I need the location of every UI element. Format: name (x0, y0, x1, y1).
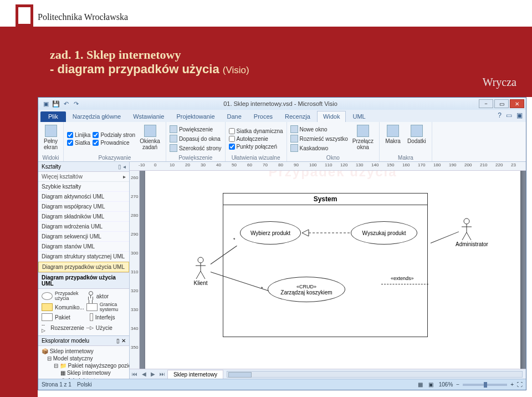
extends-arrowhead (301, 228, 352, 239)
cat-collaboration[interactable]: Diagram współpracy UML (38, 202, 129, 212)
svg-marker-0 (302, 230, 309, 236)
usecase-wyszukaj-produkt[interactable]: Wyszukaj produkt (351, 221, 417, 245)
cascade-button[interactable]: Kaskadowo (290, 144, 348, 152)
fullscreen-button[interactable]: Pełny ekran (42, 124, 60, 154)
tab-uml[interactable]: UML (347, 111, 371, 122)
usecase-wybierz-produkt[interactable]: Wybierz produkt (240, 221, 301, 245)
zoom-slider[interactable] (463, 384, 507, 386)
slide-title-line1: zad. 1. Sklep internetowy (50, 48, 521, 62)
guides-checkbox[interactable]: Prowadnice (93, 140, 135, 146)
close-button[interactable]: ✕ (510, 99, 524, 108)
canvas[interactable]: Przypadek użycia System Wybierz produkt … (140, 171, 526, 369)
visio-icon: ▣ (42, 99, 50, 108)
page-width-button[interactable]: Szerokość strony (170, 144, 222, 152)
tree-sklep[interactable]: ▦ Sklep internetowy (42, 369, 126, 376)
extends-label: «extends» (390, 276, 415, 281)
addons-button[interactable]: Dodatki (405, 124, 428, 154)
tab-home[interactable]: Narzędzia główne (67, 111, 126, 122)
stencil-title: Diagram przypadków użycia UML (38, 272, 129, 289)
shape-boundary[interactable]: Granica systemu (86, 302, 126, 312)
sheet-nav-prev[interactable]: ◀ (140, 371, 149, 377)
tab-process[interactable]: Proces (248, 111, 278, 122)
tab-file[interactable]: Plik (40, 111, 66, 122)
window-restore-icon[interactable]: ▣ (516, 111, 523, 119)
quick-shapes-item[interactable]: Szybkie kształty (38, 182, 129, 192)
tab-view[interactable]: Widok (317, 111, 346, 122)
zoom-in-icon[interactable]: + (510, 381, 514, 388)
cat-static[interactable]: Diagram struktury statycznej UML (38, 252, 129, 262)
redo-icon[interactable]: ↷ (71, 99, 80, 108)
system-boundary[interactable]: System Wybierz produkt Wyszukaj produkt … (223, 193, 428, 337)
new-window-button[interactable]: Nowe okno (290, 125, 348, 133)
shapes-pane: Kształty▯ ◂ Więcej kształtów▸ Szybkie ks… (38, 162, 130, 379)
shape-usecase[interactable]: Przypadek użycia (42, 291, 84, 301)
actor-klient[interactable]: Klient (190, 257, 212, 286)
tree-top-package[interactable]: ⊟ 📁 Pakiet najwyższego poziomu (42, 362, 126, 369)
window-titlebar[interactable]: ▣ 💾 ↶ ↷ 01. Sklep internetowy.vsd - Micr… (38, 98, 526, 110)
shape-communicates[interactable]: Komuniko... (42, 302, 84, 312)
shape-actor[interactable]: aktor (86, 291, 126, 301)
tab-data[interactable]: Dane (222, 111, 247, 122)
cat-sequence[interactable]: Diagram sekwencji UML (38, 232, 129, 242)
explorer-header[interactable]: Eksplorator modelu▯ ✕ (38, 336, 129, 346)
tab-design[interactable]: Projektowanie (171, 111, 220, 122)
pagebreaks-checkbox[interactable]: Podziały stron (93, 132, 135, 138)
system-title: System (223, 194, 427, 205)
sheet-tab[interactable]: Sklep internetowy (167, 370, 223, 379)
view-mode2-icon[interactable]: ▣ (428, 381, 433, 388)
help-icon[interactable]: ? (498, 111, 502, 119)
cat-activity[interactable]: Diagram aktywności UML (38, 192, 129, 202)
zoom-out-icon[interactable]: − (456, 381, 459, 388)
cat-deployment[interactable]: Diagram wdrożenia UML (38, 222, 129, 232)
sheet-nav-next[interactable]: ▶ (149, 371, 157, 377)
fit-window-button[interactable]: Dopasuj do okna (170, 135, 222, 142)
sheet-nav-last[interactable]: ⏭ (157, 371, 167, 377)
grid-checkbox[interactable]: Siatka (67, 140, 90, 146)
ribbon-minimize-icon[interactable]: ▭ (506, 111, 512, 119)
actor-administrator[interactable]: Administrator (456, 218, 478, 247)
switch-windows-button[interactable]: Przełącz okna (350, 124, 376, 154)
tree-static-model[interactable]: ⊟ Model statyczny (42, 355, 126, 362)
cat-component[interactable]: Diagram składników UML (38, 212, 129, 222)
dynamic-grid-checkbox[interactable]: Siatka dynamiczna (229, 128, 283, 134)
tab-insert[interactable]: Wstawianie (127, 111, 170, 122)
tab-review[interactable]: Recenzja (279, 111, 316, 122)
autoconnect-checkbox[interactable]: Autołączenie (229, 136, 283, 142)
university-name: Politechnika Wrocławska (38, 12, 128, 22)
usecase-zarzadzaj-koszykiem[interactable]: «CRUD» Zarządzaj koszykiem (268, 277, 345, 302)
undo-icon[interactable]: ↶ (62, 99, 70, 108)
macros-button[interactable]: Makra (383, 124, 403, 154)
arrange-all-button[interactable]: Rozmieść wszystko (290, 135, 348, 142)
tree-root[interactable]: 📦 Sklep internetowy (42, 348, 126, 355)
visio-window: ▣ 💾 ↶ ↷ 01. Sklep internetowy.vsd - Micr… (38, 97, 526, 390)
ribbon-tabs: Plik Narzędzia główne Wstawianie Projekt… (38, 110, 526, 122)
shape-interface[interactable]: Interfejs (86, 313, 126, 321)
svg-line-5 (196, 271, 201, 279)
minimize-button[interactable]: － (479, 99, 493, 108)
shapes-pane-header[interactable]: Kształty▯ ◂ (38, 162, 129, 172)
sheet-nav-first[interactable]: ⏮ (130, 371, 140, 377)
shape-uses[interactable]: --▷Użycie (86, 322, 126, 333)
drawing-page[interactable]: Przypadek użycia System Wybierz produkt … (145, 171, 520, 369)
task-panes-button[interactable]: Okienka zadań (137, 124, 162, 154)
slide-author: Wrycza (483, 76, 516, 89)
zoom-button[interactable]: Powiększenie (170, 125, 222, 133)
cat-state[interactable]: Diagram stanów UML (38, 242, 129, 252)
horizontal-scrollbar[interactable] (227, 371, 523, 378)
more-shapes-button[interactable]: Więcej kształtów▸ (38, 172, 129, 182)
close-icon[interactable]: ▯ ✕ (116, 338, 126, 344)
ruler-checkbox[interactable]: Linijka (67, 132, 90, 138)
cat-usecase[interactable]: Diagram przypadków użycia UML (38, 262, 129, 272)
shape-extends[interactable]: --▷Rozszerzenie (42, 322, 84, 333)
zoom-value[interactable]: 106% (439, 381, 453, 388)
pane-collapse-icon[interactable]: ▯ ◂ (118, 164, 126, 170)
connection-points-checkbox[interactable]: Punkty połączeń (229, 144, 283, 150)
maximize-button[interactable]: ▭ (494, 99, 509, 108)
svg-line-6 (201, 271, 205, 279)
extends-connector[interactable] (381, 284, 428, 284)
association-admin-uc2[interactable] (431, 231, 459, 243)
save-icon[interactable]: 💾 (52, 99, 60, 108)
fit-page-icon[interactable]: ⛶ (517, 381, 523, 388)
shape-package[interactable]: Pakiet (42, 313, 84, 321)
view-mode-icon[interactable]: ▦ (418, 381, 423, 388)
